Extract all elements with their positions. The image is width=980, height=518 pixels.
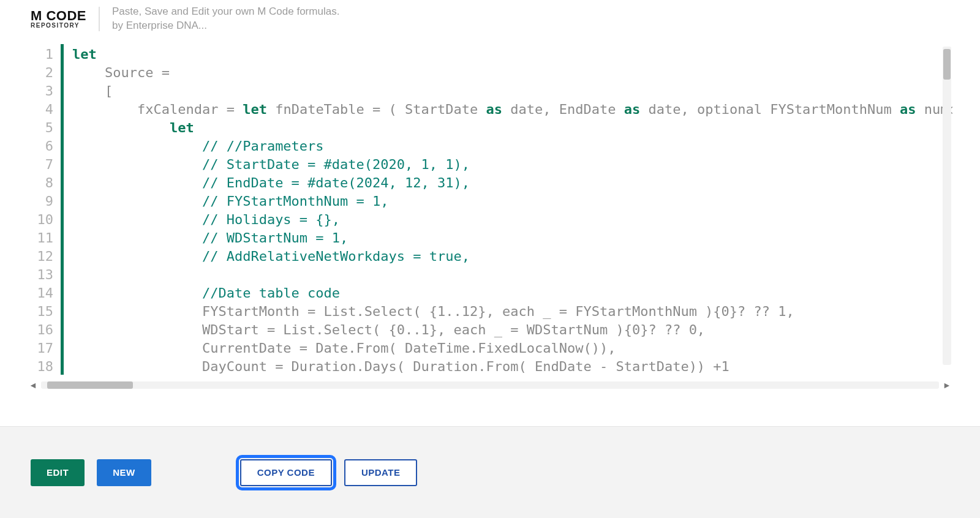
horizontal-scrollbar[interactable] (41, 381, 939, 389)
line-number: 8 (28, 174, 58, 192)
code-line[interactable]: FYStartMonth = List.Select( {1..12}, eac… (72, 302, 952, 321)
update-button[interactable]: UPDATE (344, 459, 418, 486)
copy-code-button[interactable]: COPY CODE (240, 459, 332, 486)
action-toolbar: EDIT NEW COPY CODE UPDATE (0, 426, 980, 518)
line-number: 18 (28, 358, 58, 375)
line-number: 3 (28, 82, 58, 100)
line-number: 13 (28, 266, 58, 284)
line-number: 17 (28, 339, 58, 358)
code-line[interactable]: // FYStartMonthNum = 1, (72, 192, 952, 211)
line-number-gutter: 123456789101112131415161718 (28, 44, 58, 375)
app-logo: M CODE REPOSITORY (31, 7, 100, 31)
header: M CODE REPOSITORY Paste, Save and Edit y… (0, 0, 980, 38)
code-line[interactable]: WDStart = List.Select( {0..1}, each _ = … (72, 321, 952, 339)
code-line[interactable]: DayCount = Duration.Days( Duration.From(… (72, 358, 952, 375)
tagline: Paste, Save and Edit your own M Code for… (100, 5, 339, 33)
code-line[interactable]: // AddRelativeNetWorkdays = true, (72, 247, 952, 266)
line-number: 4 (28, 100, 58, 119)
line-number: 11 (28, 229, 58, 247)
code-line[interactable]: fxCalendar = let fnDateTable = ( StartDa… (72, 100, 952, 119)
line-number: 7 (28, 156, 58, 174)
tagline-line-1: Paste, Save and Edit your own M Code for… (112, 5, 339, 19)
code-line[interactable]: let (72, 45, 952, 64)
line-number: 9 (28, 192, 58, 211)
code-line[interactable]: // WDStartNum = 1, (72, 229, 952, 247)
line-number: 12 (28, 247, 58, 266)
horizontal-scroll-thumb[interactable] (47, 381, 133, 389)
line-number: 10 (28, 211, 58, 229)
line-number: 5 (28, 119, 58, 137)
code-line[interactable]: //Date table code (72, 284, 952, 302)
logo-subtitle: REPOSITORY (31, 23, 86, 29)
code-line[interactable]: Source = (72, 64, 952, 82)
line-number: 14 (28, 284, 58, 302)
scroll-right-icon[interactable]: ► (941, 380, 952, 391)
vertical-scrollbar[interactable] (943, 47, 951, 365)
tagline-line-2: by Enterprise DNA... (112, 19, 339, 33)
code-line[interactable] (72, 266, 952, 284)
code-line[interactable]: // Holidays = {}, (72, 211, 952, 229)
line-number: 1 (28, 45, 58, 64)
code-line[interactable]: // StartDate = #date(2020, 1, 1), (72, 156, 952, 174)
code-line[interactable]: // //Parameters (72, 137, 952, 156)
edit-button[interactable]: EDIT (31, 459, 85, 486)
line-number: 6 (28, 137, 58, 156)
code-content[interactable]: let Source = [ fxCalendar = let fnDateTa… (72, 44, 952, 375)
code-line[interactable]: CurrentDate = Date.From( DateTime.FixedL… (72, 339, 952, 358)
horizontal-scrollbar-row: ◄ ► (28, 377, 952, 393)
new-button[interactable]: NEW (97, 459, 151, 486)
gutter-rule (61, 44, 64, 375)
code-editor[interactable]: 123456789101112131415161718 let Source =… (28, 44, 952, 393)
line-number: 16 (28, 321, 58, 339)
code-line[interactable]: [ (72, 82, 952, 100)
code-line[interactable]: // EndDate = #date(2024, 12, 31), (72, 174, 952, 192)
scroll-left-icon[interactable]: ◄ (28, 380, 39, 391)
logo-title: M CODE (31, 9, 86, 23)
line-number: 15 (28, 302, 58, 321)
code-line[interactable]: let (72, 119, 952, 137)
vertical-scroll-thumb[interactable] (943, 49, 951, 80)
line-number: 2 (28, 64, 58, 82)
